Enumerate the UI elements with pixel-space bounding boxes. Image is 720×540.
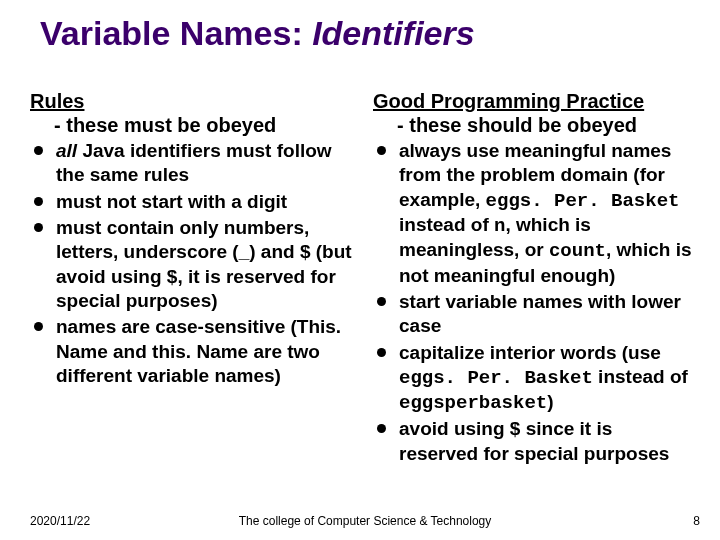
rules-subhead: - these must be obeyed (54, 114, 355, 137)
body-columns: Rules - these must be obeyed all Java id… (30, 90, 700, 490)
code-run: eggs. Per. Basket (486, 190, 680, 212)
footer-date: 2020/11/22 (30, 514, 90, 528)
text-run: instead of (593, 366, 688, 387)
footer-page: 8 (693, 514, 700, 528)
practice-column: Good Programming Practice - these should… (365, 90, 700, 490)
title-plain: Variable Names: (40, 14, 312, 52)
code-run: eggs. Per. Basket (399, 367, 593, 389)
bullet-text: names are case-sensitive (This. Name and… (56, 316, 341, 386)
practice-heading: Good Programming Practice (373, 90, 696, 113)
practice-subhead: - these should be obeyed (397, 114, 696, 137)
footer-center: The college of Computer Science & Techno… (30, 514, 700, 528)
list-item: start variable names with lower case (373, 290, 696, 339)
rules-column: Rules - these must be obeyed all Java id… (30, 90, 365, 490)
practice-list: always use meaningful names from the pro… (373, 139, 696, 466)
title-italic: Identifiers (312, 14, 474, 52)
list-item: avoid using $ since it is reserved for s… (373, 417, 696, 466)
italic-word: all (56, 140, 77, 161)
text-run: ) (547, 391, 553, 412)
list-item: must not start with a digit (30, 190, 355, 214)
list-item: capitalize interior words (use eggs. Per… (373, 341, 696, 416)
list-item: all Java identifiers must follow the sam… (30, 139, 355, 188)
text-run: instead of (399, 214, 494, 235)
rules-heading: Rules (30, 90, 355, 113)
bullet-text: must not start with a digit (56, 191, 287, 212)
list-item: must contain only numbers, letters, unde… (30, 216, 355, 313)
list-item: always use meaningful names from the pro… (373, 139, 696, 288)
footer: 2020/11/22 The college of Computer Scien… (30, 514, 700, 528)
code-run: eggsperbasket (399, 392, 547, 414)
code-run: n (494, 215, 505, 237)
bullet-text: avoid using $ since it is reserved for s… (399, 418, 669, 463)
bullet-text: must contain only numbers, letters, unde… (56, 217, 352, 311)
slide-title: Variable Names: Identifiers (40, 14, 475, 53)
bullet-text: Java identifiers must follow the same ru… (56, 140, 332, 185)
code-run: count (549, 240, 606, 262)
list-item: names are case-sensitive (This. Name and… (30, 315, 355, 388)
rules-list: all Java identifiers must follow the sam… (30, 139, 355, 388)
text-run: capitalize interior words (use (399, 342, 661, 363)
bullet-text: start variable names with lower case (399, 291, 681, 336)
slide: Variable Names: Identifiers Rules - thes… (0, 0, 720, 540)
